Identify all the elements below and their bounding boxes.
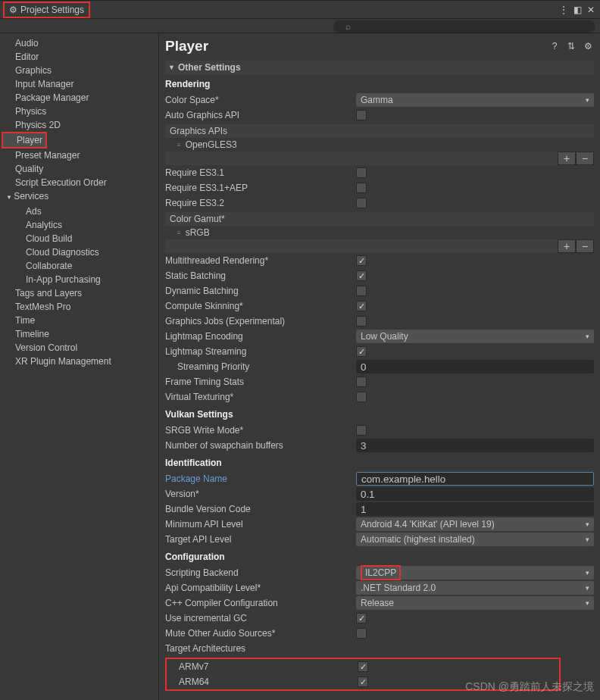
- window-title-tab[interactable]: ⚙ Project Settings: [3, 2, 90, 18]
- checkbox-req-es31aep[interactable]: [356, 183, 367, 193]
- checkbox-virtual-texturing[interactable]: [356, 392, 367, 402]
- list-add-button[interactable]: +: [558, 239, 576, 253]
- list-item[interactable]: ≡sRGB: [165, 226, 594, 239]
- sidebar-item-services[interactable]: ▼ Services: [2, 189, 157, 205]
- checkbox-srgb-write[interactable]: [356, 425, 367, 436]
- section-identification: Identification: [165, 458, 594, 468]
- label-bundle-version-code: Bundle Version Code: [165, 504, 356, 514]
- label-target-api: Target API Level: [165, 534, 356, 545]
- checkbox-mute-audio[interactable]: [356, 628, 367, 639]
- sidebar-item-graphics[interactable]: Graphics: [2, 64, 157, 77]
- label-frame-timing: Frame Timing Stats: [165, 377, 356, 387]
- input-package-name[interactable]: [356, 472, 594, 486]
- sidebar-item-cloud-build[interactable]: Cloud Build: [2, 232, 157, 245]
- checkbox-lightmap-streaming[interactable]: ✓: [356, 346, 367, 357]
- checkbox-req-es32[interactable]: [356, 198, 367, 208]
- sidebar: AudioEditorGraphicsInput ManagerPackage …: [0, 33, 159, 700]
- sidebar-item-label: Cloud Build: [26, 233, 72, 244]
- sidebar-item-in-app-purchasing[interactable]: In-App Purchasing: [2, 273, 157, 286]
- sidebar-item-label: Time: [15, 315, 35, 326]
- sidebar-item-analytics[interactable]: Analytics: [2, 218, 157, 232]
- dropdown-cpp-config[interactable]: Release: [356, 596, 594, 610]
- sidebar-item-label: In-App Purchasing: [26, 274, 101, 285]
- sidebar-item-audio[interactable]: Audio: [2, 36, 157, 50]
- close-icon[interactable]: ✕: [585, 4, 597, 16]
- undock-icon[interactable]: ◧: [571, 4, 583, 16]
- sidebar-item-package-manager[interactable]: Package Manager: [2, 91, 157, 105]
- sidebar-item-label: Input Manager: [15, 79, 73, 89]
- input-swapchain[interactable]: [356, 439, 594, 452]
- sidebar-item-input-manager[interactable]: Input Manager: [2, 77, 157, 91]
- label-auto-gfx: Auto Graphics API: [165, 110, 356, 120]
- sidebar-item-player[interactable]: Player: [3, 133, 45, 147]
- gear-icon: ⚙: [9, 5, 17, 15]
- sidebar-item-textmesh-pro[interactable]: TextMesh Pro: [2, 300, 157, 314]
- label-compute-skinning: Compute Skinning*: [165, 301, 356, 311]
- gear-icon[interactable]: ⚙: [582, 40, 594, 52]
- sidebar-item-timeline[interactable]: Timeline: [2, 327, 157, 341]
- input-streaming-priority[interactable]: [356, 360, 594, 373]
- sidebar-item-label: Script Execution Order: [15, 177, 107, 188]
- sidebar-item-xr-plugin-management[interactable]: XR Plugin Management: [2, 355, 157, 368]
- checkbox-auto-gfx[interactable]: [356, 110, 367, 120]
- checkbox-static-batching[interactable]: ✓: [356, 270, 367, 281]
- checkbox-req-es31[interactable]: [356, 167, 367, 178]
- sidebar-item-label: TextMesh Pro: [15, 302, 70, 312]
- sidebar-item-physics-2d[interactable]: Physics 2D: [2, 118, 157, 132]
- label-cpp-config: C++ Compiler Configuration: [165, 598, 356, 608]
- preset-icon[interactable]: ⇅: [565, 40, 577, 52]
- label-package-name[interactable]: Package Name: [165, 473, 356, 484]
- sidebar-item-time[interactable]: Time: [2, 314, 157, 327]
- checkbox-frame-timing[interactable]: [356, 377, 367, 387]
- sidebar-item-ads[interactable]: Ads: [2, 205, 157, 218]
- label-srgb-write: SRGB Write Mode*: [165, 425, 356, 436]
- checkbox-incremental-gc[interactable]: ✓: [356, 613, 367, 623]
- section-configuration: Configuration: [165, 552, 594, 562]
- dropdown-lightmap-encoding[interactable]: Low Quality: [356, 330, 594, 343]
- sidebar-item-label: Package Manager: [15, 92, 89, 103]
- foldout-other-settings[interactable]: ▼ Other Settings: [165, 61, 594, 74]
- list-color-gamut-header: Color Gamut*: [165, 212, 594, 226]
- sidebar-item-collaborate[interactable]: Collaborate: [2, 259, 157, 273]
- search-input[interactable]: [333, 20, 595, 33]
- section-rendering: Rendering: [165, 79, 594, 89]
- label-mute-audio: Mute Other Audio Sources*: [165, 628, 356, 639]
- checkbox-arm64[interactable]: ✓: [358, 677, 368, 687]
- dropdown-target-api[interactable]: Automatic (highest installed): [356, 533, 594, 546]
- dropdown-scripting-backend[interactable]: IL2CPP: [356, 566, 594, 580]
- sidebar-item-editor[interactable]: Editor: [2, 50, 157, 64]
- input-version[interactable]: [356, 487, 594, 501]
- list-add-button[interactable]: +: [558, 152, 576, 165]
- checkbox-dynamic-batching[interactable]: [356, 286, 367, 296]
- label-scripting-backend: Scripting Backend: [165, 567, 356, 578]
- checkbox-mt-rendering[interactable]: ✓: [356, 255, 367, 266]
- sidebar-item-script-execution-order[interactable]: Script Execution Order: [2, 176, 157, 189]
- menu-icon[interactable]: ⋮: [558, 4, 570, 16]
- sidebar-item-label: Physics: [15, 106, 46, 117]
- sidebar-item-cloud-diagnostics[interactable]: Cloud Diagnostics: [2, 245, 157, 259]
- input-bundle-version-code[interactable]: [356, 502, 594, 516]
- label-lightmap-streaming: Lightmap Streaming: [165, 346, 356, 357]
- checkbox-graphics-jobs[interactable]: [356, 316, 367, 327]
- sidebar-item-label: Cloud Diagnostics: [26, 247, 99, 258]
- list-item[interactable]: ≡OpenGLES3: [165, 138, 594, 152]
- checkbox-compute-skinning[interactable]: ✓: [356, 301, 367, 311]
- label-lightmap-encoding: Lightmap Encoding: [165, 331, 356, 342]
- dropdown-api-compat[interactable]: .NET Standard 2.0: [356, 581, 594, 595]
- sidebar-item-label: Analytics: [26, 220, 62, 230]
- label-virtual-texturing: Virtual Texturing*: [165, 392, 356, 402]
- label-static-batching: Static Batching: [165, 270, 356, 281]
- label-req-es31: Require ES3.1: [165, 167, 356, 178]
- sidebar-item-tags-and-layers[interactable]: Tags and Layers: [2, 286, 157, 300]
- help-icon[interactable]: ?: [548, 40, 561, 52]
- sidebar-item-version-control[interactable]: Version Control: [2, 341, 157, 355]
- dropdown-color-space[interactable]: Gamma: [356, 93, 594, 107]
- sidebar-item-physics[interactable]: Physics: [2, 105, 157, 118]
- dropdown-min-api[interactable]: Android 4.4 'KitKat' (API level 19): [356, 517, 594, 531]
- label-target-arch: Target Architectures: [165, 643, 356, 654]
- checkbox-armv7[interactable]: ✓: [358, 661, 368, 672]
- sidebar-item-preset-manager[interactable]: Preset Manager: [2, 148, 157, 162]
- sidebar-item-quality[interactable]: Quality: [2, 162, 157, 176]
- list-remove-button[interactable]: −: [576, 239, 594, 253]
- list-remove-button[interactable]: −: [576, 152, 594, 165]
